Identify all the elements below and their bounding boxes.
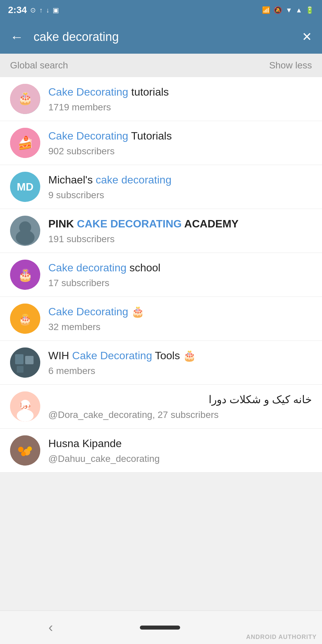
download-icon: ↓: [46, 6, 49, 14]
avatar: 🍰: [10, 128, 40, 158]
avatar: 🎂: [10, 84, 40, 114]
nav-back-button[interactable]: ‹: [38, 616, 63, 638]
result-meta: 32 members: [48, 322, 312, 332]
result-info: WIH Cake Decorating Tools 🎂 6 members: [48, 349, 312, 376]
result-info: Cake Decorating Tutorials 902 subscriber…: [48, 129, 312, 157]
status-left: 2:34 ⊙ ↑ ↓ ▣: [8, 5, 59, 15]
search-results-list: 🎂 Cake Decorating tutorials 1719 members…: [0, 77, 322, 473]
svg-text:🎂: 🎂: [18, 91, 33, 105]
global-search-section: Global search Show less: [0, 54, 322, 77]
result-meta: @Dora_cake_decorating, 27 subscribers: [48, 410, 312, 420]
result-name: Cake Decorating 🎂: [48, 305, 312, 319]
result-meta: 9 subscribers: [48, 190, 312, 201]
clear-search-button[interactable]: ✕: [299, 26, 315, 47]
result-name: WIH Cake Decorating Tools 🎂: [48, 349, 312, 363]
result-info: Cake decorating school 17 subscribers: [48, 261, 312, 288]
result-name: Cake decorating school: [48, 261, 312, 275]
svg-point-20: [18, 447, 23, 452]
list-item[interactable]: 🎂 Cake Decorating tutorials 1719 members: [0, 77, 322, 121]
result-name: Cake Decorating tutorials: [48, 85, 312, 99]
search-bar: ← ✕: [0, 20, 322, 54]
list-item[interactable]: 🍰 Cake Decorating Tutorials 902 subscrib…: [0, 121, 322, 165]
result-name: PINK CAKE DECORATING ACADEMY: [48, 217, 312, 231]
result-name: خانه کیک و شکلات دورا: [48, 393, 312, 407]
result-meta: 191 subscribers: [48, 234, 312, 245]
search-input[interactable]: [34, 30, 292, 44]
list-item[interactable]: 🎂 Cake decorating school 17 subscribers: [0, 253, 322, 297]
svg-text:🎂: 🎂: [18, 268, 33, 282]
screenshot-icon: ▣: [53, 6, 59, 14]
storage-icon: ⊙: [30, 6, 36, 14]
avatar: [10, 347, 40, 378]
svg-text:🍰: 🍰: [17, 135, 34, 151]
status-right: 📶 🔕 ▼ ▲ 🔋: [262, 6, 314, 14]
watermark: ANDROID AUTHORITY: [246, 634, 317, 641]
svg-point-6: [19, 221, 31, 233]
avatar: دورا: [10, 391, 40, 422]
svg-point-23: [27, 446, 32, 451]
bluetooth-icon: 📶: [262, 6, 270, 14]
avatar: 🎂: [10, 304, 40, 334]
battery-icon: 🔋: [306, 6, 314, 14]
result-meta: 902 subscribers: [48, 146, 312, 157]
svg-text:دورا: دورا: [20, 402, 31, 409]
show-less-button[interactable]: Show less: [269, 60, 312, 71]
result-info: Husna Kipande @Dahuu_cake_decorating: [48, 437, 312, 464]
home-indicator[interactable]: [140, 626, 180, 630]
status-time: 2:34: [8, 5, 27, 15]
upload-icon: ↑: [39, 6, 43, 14]
search-input-container: [34, 30, 292, 44]
avatar: 🎂: [10, 260, 40, 290]
avatar: [10, 216, 40, 246]
svg-rect-13: [25, 356, 34, 364]
list-item[interactable]: دورا خانه کیک و شکلات دورا @Dora_cake_de…: [0, 385, 322, 429]
svg-rect-14: [17, 366, 23, 373]
list-item[interactable]: 🎂 Cake Decorating 🎂 32 members: [0, 297, 322, 341]
result-meta: 17 subscribers: [48, 278, 312, 288]
result-meta: @Dahuu_cake_decorating: [48, 453, 312, 464]
avatar: [10, 435, 40, 466]
global-search-label: Global search: [10, 60, 68, 71]
svg-rect-12: [15, 354, 23, 364]
list-item[interactable]: WIH Cake Decorating Tools 🎂 6 members: [0, 341, 322, 385]
result-info: PINK CAKE DECORATING ACADEMY 191 subscri…: [48, 217, 312, 245]
signal-icon: ▲: [296, 6, 302, 14]
avatar: MD: [10, 172, 40, 202]
result-meta: 6 members: [48, 366, 312, 376]
svg-point-22: [21, 451, 26, 456]
result-info: Cake Decorating tutorials 1719 members: [48, 85, 312, 113]
list-item[interactable]: MD Michael's cake decorating 9 subscribe…: [0, 165, 322, 209]
result-info: خانه کیک و شکلات دورا @Dora_cake_decorat…: [48, 393, 312, 420]
result-name: Michael's cake decorating: [48, 173, 312, 187]
back-button[interactable]: ←: [7, 26, 27, 48]
svg-point-18: [17, 410, 34, 422]
result-name: Cake Decorating Tutorials: [48, 129, 312, 143]
result-info: Cake Decorating 🎂 32 members: [48, 305, 312, 332]
status-bar: 2:34 ⊙ ↑ ↓ ▣ 📶 🔕 ▼ ▲ 🔋: [0, 0, 322, 20]
mute-icon: 🔕: [274, 6, 282, 14]
list-item[interactable]: Husna Kipande @Dahuu_cake_decorating: [0, 429, 322, 473]
svg-text:🎂: 🎂: [18, 313, 32, 326]
wifi-icon: ▼: [285, 6, 292, 14]
result-name: Husna Kipande: [48, 437, 312, 451]
result-meta: 1719 members: [48, 102, 312, 113]
list-item[interactable]: PINK CAKE DECORATING ACADEMY 191 subscri…: [0, 209, 322, 253]
result-info: Michael's cake decorating 9 subscribers: [48, 173, 312, 201]
